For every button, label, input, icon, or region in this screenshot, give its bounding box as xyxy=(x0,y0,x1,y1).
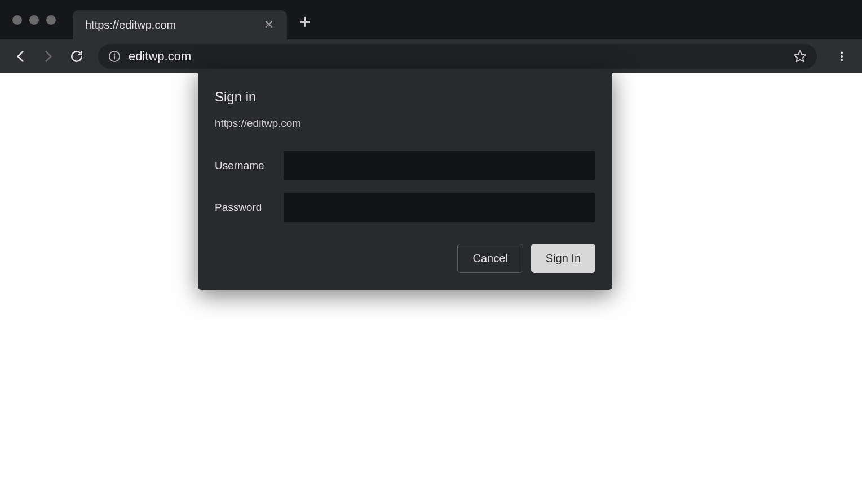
reload-button[interactable] xyxy=(65,45,88,68)
window-minimize-button[interactable] xyxy=(29,15,39,25)
username-label: Username xyxy=(215,160,284,172)
browser-chrome: https://editwp.com xyxy=(0,0,862,73)
address-bar[interactable]: editwp.com xyxy=(98,44,817,69)
tab-strip: https://editwp.com xyxy=(0,0,862,39)
back-button[interactable] xyxy=(9,45,32,68)
dialog-title: Sign in xyxy=(215,89,595,105)
tab-title: https://editwp.com xyxy=(85,19,261,32)
forward-button[interactable] xyxy=(37,45,60,68)
svg-point-4 xyxy=(841,59,843,61)
browser-toolbar: editwp.com xyxy=(0,39,862,73)
page-content: Sign in https://editwp.com Username Pass… xyxy=(0,73,862,504)
window-close-button[interactable] xyxy=(12,15,22,25)
auth-dialog: Sign in https://editwp.com Username Pass… xyxy=(198,69,612,290)
window-maximize-button[interactable] xyxy=(46,15,56,25)
username-row: Username xyxy=(215,151,595,180)
new-tab-button[interactable] xyxy=(287,14,323,32)
site-info-icon[interactable] xyxy=(108,50,121,63)
signin-button[interactable]: Sign In xyxy=(531,244,595,273)
bookmark-star-icon[interactable] xyxy=(793,50,807,63)
svg-point-3 xyxy=(841,55,843,58)
url-text: editwp.com xyxy=(129,49,785,64)
browser-menu-button[interactable] xyxy=(830,45,853,68)
browser-tab[interactable]: https://editwp.com xyxy=(73,10,287,39)
svg-point-1 xyxy=(114,54,116,55)
password-row: Password xyxy=(215,193,595,222)
dialog-subtitle: https://editwp.com xyxy=(215,117,595,130)
username-input[interactable] xyxy=(284,151,595,180)
password-input[interactable] xyxy=(284,193,595,222)
svg-point-2 xyxy=(841,52,843,54)
window-controls xyxy=(12,15,56,25)
dialog-actions: Cancel Sign In xyxy=(215,244,595,273)
cancel-button[interactable]: Cancel xyxy=(457,244,523,273)
tab-close-icon[interactable] xyxy=(261,19,277,31)
password-label: Password xyxy=(215,201,284,214)
